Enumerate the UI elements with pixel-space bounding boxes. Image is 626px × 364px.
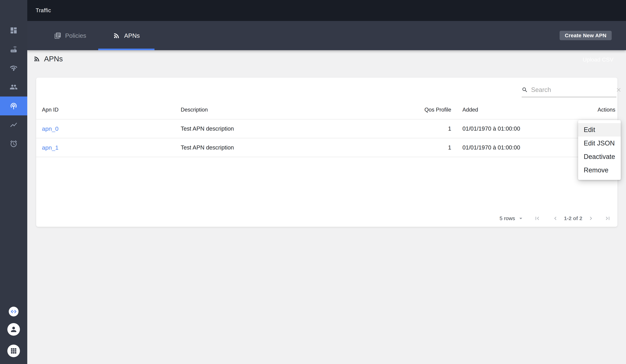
- description-cell: Test APN description: [181, 144, 368, 151]
- menu-item-deactivate[interactable]: Deactivate: [578, 150, 621, 163]
- sidebar-item-metrics[interactable]: [0, 115, 27, 134]
- content: APNs Upload CSV Apn ID Description Qos P…: [27, 50, 626, 364]
- people-icon: [10, 83, 18, 91]
- sidebar-item-dashboard[interactable]: [0, 21, 27, 40]
- search-input[interactable]: [531, 86, 612, 93]
- page-header: APNs: [33, 54, 63, 64]
- rows-per-page-select[interactable]: 5 rows: [500, 215, 515, 221]
- menu-item-edit-json[interactable]: Edit JSON: [578, 137, 621, 150]
- sidebar-item-traffic[interactable]: [0, 96, 27, 115]
- pagination: 5 rows 1-2 of 2: [36, 210, 618, 227]
- row-actions-menu: Edit Edit JSON Deactivate Remove: [578, 120, 621, 180]
- apns-table: Apn ID Description Qos Profile Added Act…: [36, 100, 618, 157]
- network-check-icon: [10, 64, 18, 72]
- apn-id-link[interactable]: apn_0: [42, 125, 59, 132]
- alarm-icon: [10, 140, 18, 148]
- code-api-icon: [10, 308, 17, 315]
- last-page-icon[interactable]: [604, 215, 611, 222]
- added-cell: 01/01/1970 à 01:00:00: [451, 144, 556, 151]
- apns-table-card: Apn ID Description Qos Profile Added Act…: [36, 78, 618, 227]
- library-books-icon: [54, 32, 61, 39]
- search-field: [522, 83, 616, 97]
- account-button[interactable]: [7, 323, 20, 336]
- apps-grid-icon: [10, 347, 18, 355]
- table-header-row: Apn ID Description Qos Profile Added Act…: [36, 100, 618, 120]
- api-docs-button[interactable]: [9, 307, 19, 317]
- show-chart-icon: [10, 121, 18, 129]
- tabbar: Policies APNs Create New APN: [27, 21, 626, 50]
- tab-label: APNs: [124, 32, 140, 39]
- sidebar-item-subscribers[interactable]: [0, 78, 27, 96]
- tab-label: Policies: [65, 32, 86, 39]
- sidebar-item-network[interactable]: [0, 59, 27, 78]
- qos-profile-cell: 1: [368, 144, 451, 151]
- arrow-drop-down-icon[interactable]: [517, 215, 524, 222]
- rss-feed-icon: [113, 32, 120, 39]
- chevron-right-icon[interactable]: [587, 215, 594, 222]
- column-header-description: Description: [181, 107, 368, 113]
- menu-item-remove[interactable]: Remove: [578, 163, 621, 177]
- sidebar-item-equipment[interactable]: [0, 40, 27, 59]
- upload-csv-button[interactable]: Upload CSV: [583, 56, 613, 63]
- close-icon[interactable]: [616, 87, 622, 93]
- tab-apns[interactable]: APNs: [98, 21, 155, 50]
- chevron-left-icon[interactable]: [552, 215, 559, 222]
- description-cell: Test APN description: [181, 125, 368, 132]
- sidebar-nav: [0, 21, 27, 153]
- sidebar-footer: [0, 307, 27, 357]
- column-header-apn-id: Apn ID: [36, 107, 181, 113]
- pagination-range-label: 1-2 of 2: [564, 215, 582, 221]
- column-header-actions: Actions: [556, 107, 618, 113]
- sidebar: [0, 0, 27, 364]
- column-header-added: Added: [451, 107, 556, 113]
- menu-item-edit[interactable]: Edit: [578, 123, 621, 137]
- apps-grid-button[interactable]: [7, 345, 20, 357]
- page-title: APNs: [44, 55, 63, 63]
- rss-feed-icon: [33, 55, 40, 63]
- router-icon: [10, 45, 18, 53]
- apn-id-link[interactable]: apn_1: [42, 144, 59, 151]
- active-tab-indicator: [98, 49, 155, 50]
- wifi-tethering-icon: [10, 102, 18, 110]
- topbar-title: Traffic: [36, 7, 51, 14]
- table-row: apn_1 Test APN description 1 01/01/1970 …: [36, 138, 618, 157]
- topbar: Traffic: [27, 0, 626, 21]
- create-new-apn-button[interactable]: Create New APN: [560, 31, 612, 40]
- table-row: apn_0 Test APN description 1 01/01/1970 …: [36, 120, 618, 138]
- qos-profile-cell: 1: [368, 125, 451, 132]
- sidebar-item-alerts[interactable]: [0, 134, 27, 153]
- account-icon: [10, 325, 18, 333]
- column-header-qos-profile: Qos Profile: [368, 107, 451, 113]
- first-page-icon[interactable]: [534, 215, 541, 222]
- added-cell: 01/01/1970 à 01:00:00: [451, 125, 556, 132]
- dashboard-icon: [10, 26, 18, 35]
- tabs: Policies APNs: [42, 21, 626, 50]
- tab-policies[interactable]: Policies: [42, 21, 98, 50]
- search-icon: [522, 87, 528, 93]
